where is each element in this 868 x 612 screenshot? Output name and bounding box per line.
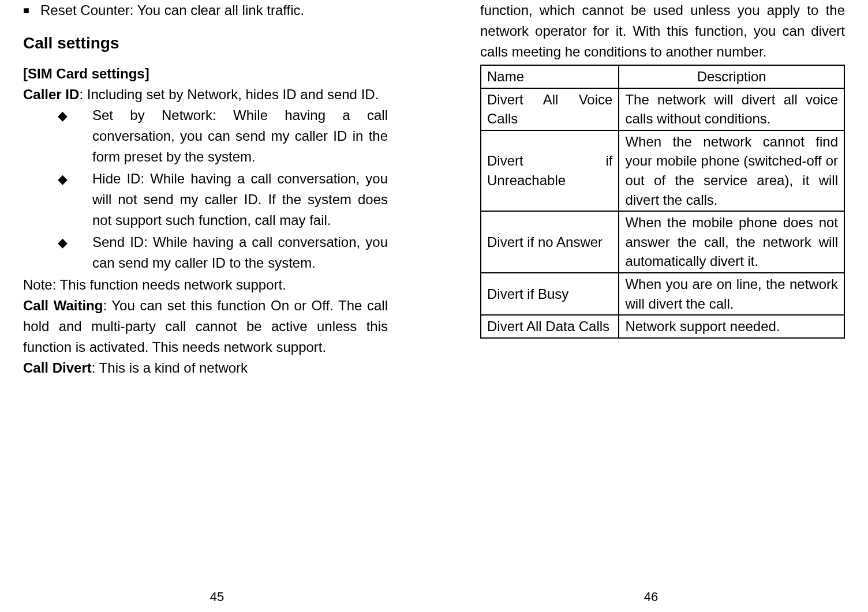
table-header-row: Name Description <box>481 65 844 88</box>
table-row: Divert if no Answer When the mobile phon… <box>481 211 844 273</box>
row-2-name: Divert if no Answer <box>481 211 619 273</box>
call-divert-label: Call Divert <box>23 360 92 376</box>
row-3-desc: When you are on line, the network will d… <box>619 273 844 315</box>
row-4-name: Divert All Data Calls <box>481 315 619 338</box>
caller-id-text: : Including set by Network, hides ID and… <box>79 87 379 102</box>
page-number-left: 45 <box>0 587 434 606</box>
table-row: Divert if Unreachable When the network c… <box>481 130 844 211</box>
row-2-desc: When the mobile phone does not answer th… <box>619 211 844 273</box>
divert-intro: function, which cannot be used unless yo… <box>480 0 845 62</box>
header-name: Name <box>481 65 619 88</box>
reset-counter-text: Reset Counter: You can clear all link tr… <box>40 2 304 18</box>
call-waiting-paragraph: Call Waiting: You can set this function … <box>23 295 388 358</box>
note-text: Note: This function needs network suppor… <box>23 275 388 295</box>
divert-table: Name Description Divert All Voice Calls … <box>480 65 845 339</box>
row-1-desc: When the network cannot find your mobile… <box>619 130 844 211</box>
row-1-name: Divert if Unreachable <box>481 130 619 211</box>
header-desc: Description <box>619 65 844 88</box>
row-0-name: Divert All Voice Calls <box>481 88 619 130</box>
page-number-right: 46 <box>434 587 868 606</box>
caller-id-label: Caller ID <box>23 87 79 102</box>
table-row: Divert All Voice Calls The network will … <box>481 88 844 130</box>
table-row: Divert All Data Calls Network support ne… <box>481 315 844 338</box>
option-set-by-network: Set by Network: While having a call conv… <box>92 105 388 167</box>
call-divert-paragraph: Call Divert: This is a kind of network <box>23 358 388 378</box>
sim-card-heading: [SIM Card settings] <box>23 63 388 84</box>
row-3-name: Divert if Busy <box>481 273 619 315</box>
page-left: Reset Counter: You can clear all link tr… <box>0 0 434 612</box>
call-divert-text: : This is a kind of network <box>92 360 248 376</box>
caller-id-paragraph: Caller ID: Including set by Network, hid… <box>23 84 388 105</box>
option-hide-id: Hide ID: While having a call conversatio… <box>92 168 388 231</box>
table-row: Divert if Busy When you are on line, the… <box>481 273 844 315</box>
row-0-desc: The network will divert all voice calls … <box>619 88 844 130</box>
row-4-desc: Network support needed. <box>619 315 844 338</box>
call-settings-heading: Call settings <box>23 31 388 55</box>
page-right: function, which cannot be used unless yo… <box>434 0 868 612</box>
reset-counter-list: Reset Counter: You can clear all link tr… <box>23 0 388 21</box>
call-waiting-label: Call Waiting <box>23 298 103 313</box>
option-send-id: Send ID: While having a call conversatio… <box>92 232 388 273</box>
reset-counter-item: Reset Counter: You can clear all link tr… <box>40 0 388 21</box>
caller-id-options: Set by Network: While having a call conv… <box>23 105 388 273</box>
